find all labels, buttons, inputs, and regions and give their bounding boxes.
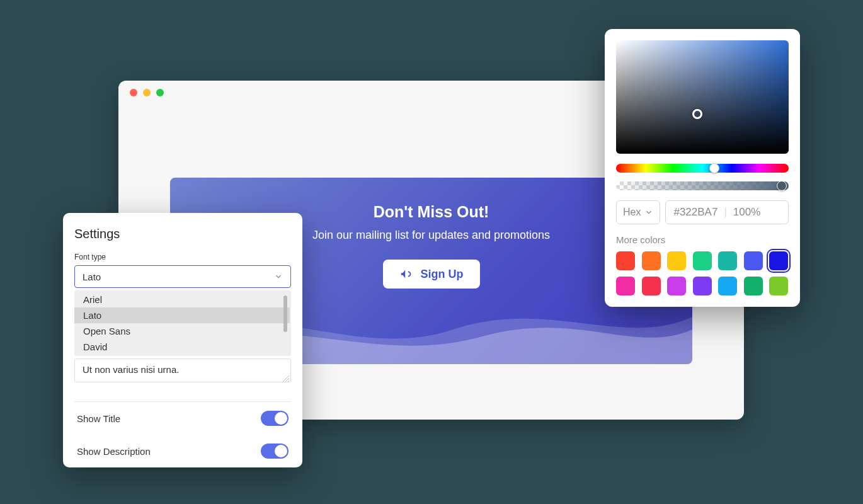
font-option[interactable]: David [74,339,290,355]
signup-button-label: Sign Up [421,268,464,281]
color-swatch[interactable] [769,251,788,270]
dropdown-scrollbar[interactable] [283,295,287,332]
color-swatch[interactable] [616,277,635,295]
settings-title: Settings [74,227,291,241]
description-text: Ut non varius nisi urna. [83,364,179,375]
more-colors-label: More colors [616,234,789,245]
color-format-label: Hex [623,207,641,218]
font-option[interactable]: Open Sans [74,323,290,339]
show-title-toggle[interactable] [261,411,289,426]
color-swatch[interactable] [642,277,661,295]
color-swatch[interactable] [616,251,635,270]
svg-line-2 [288,381,289,382]
color-swatch[interactable] [667,251,686,270]
settings-panel: Settings Font type Lato Ariel Lato Open … [63,213,302,467]
hue-slider[interactable] [616,164,789,173]
window-maximize-button[interactable] [156,89,164,96]
color-format-select[interactable]: Hex [616,200,660,224]
hero-subtitle: Join our mailing list for updates and pr… [312,229,550,242]
saturation-field[interactable] [616,40,789,154]
window-minimize-button[interactable] [143,89,151,96]
font-type-selected: Lato [83,272,101,282]
show-description-toggle[interactable] [261,444,289,459]
font-type-label: Font type [74,253,291,261]
alpha-thumb[interactable] [777,181,787,191]
color-value-row: Hex #322BA7 | 100% [616,200,789,224]
color-swatch[interactable] [718,251,737,270]
color-swatch[interactable] [769,277,788,295]
color-picker: Hex #322BA7 | 100% More colors [605,29,800,307]
signup-button[interactable]: Sign Up [383,260,480,289]
color-swatch[interactable] [718,277,737,295]
font-type-dropdown: Ariel Lato Open Sans David [74,290,291,356]
show-title-row: Show Title [74,402,291,435]
chevron-down-icon [274,272,283,281]
font-option[interactable]: Ariel [74,292,290,307]
resize-handle[interactable] [282,373,289,381]
color-swatch[interactable] [642,251,661,270]
hero-title: Don't Miss Out! [374,203,489,221]
color-hex-input[interactable]: #322BA7 | 100% [665,200,789,224]
window-close-button[interactable] [130,89,137,96]
font-type-select[interactable]: Lato [74,265,291,288]
color-swatch[interactable] [744,277,763,295]
color-swatch[interactable] [744,251,763,270]
color-swatch[interactable] [693,277,712,295]
saturation-thumb[interactable] [692,109,702,119]
hue-thumb[interactable] [709,163,719,173]
swatch-grid [616,251,789,295]
color-opacity-value: 100% [733,206,760,219]
font-option[interactable]: Lato [74,307,290,323]
show-title-label: Show Title [77,413,120,424]
color-swatch[interactable] [693,251,712,270]
megaphone-icon [399,267,413,281]
color-hex-value: #322BA7 [673,206,717,219]
show-description-row: Show Description [74,435,291,467]
show-description-label: Show Description [77,446,151,457]
chevron-down-icon [644,208,653,217]
color-swatch[interactable] [667,277,686,295]
separator: | [724,206,726,219]
description-textarea[interactable]: Ut non varius nisi urna. [74,358,291,382]
alpha-slider[interactable] [616,181,789,190]
